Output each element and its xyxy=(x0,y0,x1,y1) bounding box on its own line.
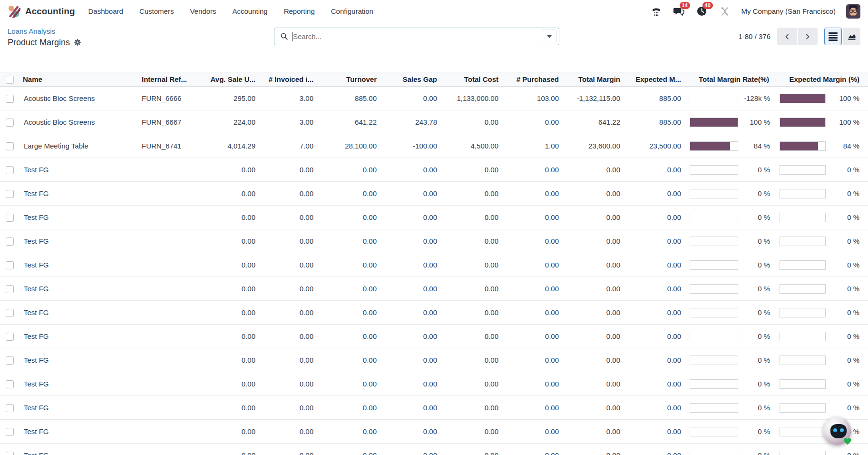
table-row[interactable]: Test FG 0.00 0.00 0.00 0.00 0.00 0.00 0.… xyxy=(0,301,868,325)
expected-margin-value: 0 % xyxy=(826,451,868,455)
cell-total-cost: 0.00 xyxy=(441,301,502,325)
cell-internal-ref xyxy=(138,229,200,253)
pager-previous-button[interactable] xyxy=(777,28,797,45)
cell-expected-margin: 885.00 xyxy=(624,110,685,134)
nav-item-customers[interactable]: Customers xyxy=(138,4,175,18)
row-checkbox[interactable] xyxy=(6,380,14,388)
column-header-total-margin-rate[interactable]: Total Margin Rate(%) xyxy=(685,72,773,87)
row-checkbox[interactable] xyxy=(6,333,14,341)
cell-invoiced: 0.00 xyxy=(259,182,317,206)
user-avatar[interactable] xyxy=(846,4,860,19)
cell-invoiced: 0.00 xyxy=(259,420,317,444)
row-checkbox[interactable] xyxy=(6,356,14,365)
cell-sales-gap: 0.00 xyxy=(380,325,441,348)
company-switcher[interactable]: My Company (San Francisco) xyxy=(741,7,836,15)
column-header-avg-sale[interactable]: Avg. Sale U... xyxy=(200,72,259,87)
cell-turnover: 0.00 xyxy=(317,229,380,253)
table-row[interactable]: Test FG 0.00 0.00 0.00 0.00 0.00 0.00 0.… xyxy=(0,372,868,396)
breadcrumb[interactable]: Loans Analysis xyxy=(8,26,274,37)
total-margin-rate-cell: 0 % xyxy=(685,379,773,389)
messages-button[interactable]: 14 xyxy=(673,5,685,18)
total-margin-rate-cell: 84 % xyxy=(685,141,773,151)
cell-total-cost: 0.00 xyxy=(441,396,502,420)
activities-button[interactable]: 40 xyxy=(696,5,708,18)
row-checkbox[interactable] xyxy=(6,428,14,436)
cell-purchased: 0.00 xyxy=(502,158,563,182)
column-header-total-margin[interactable]: Total Margin xyxy=(563,72,624,87)
row-checkbox[interactable] xyxy=(6,309,14,317)
table-row[interactable]: Test FG 0.00 0.00 0.00 0.00 0.00 0.00 0.… xyxy=(0,277,868,301)
total-margin-rate-value: 0 % xyxy=(738,189,773,198)
row-checkbox[interactable] xyxy=(6,142,14,150)
cell-internal-ref xyxy=(138,277,200,301)
voip-button[interactable] xyxy=(650,5,663,18)
column-header-expected-margin-pct[interactable]: Expected Margin (%) xyxy=(773,72,868,87)
table-row[interactable]: Test FG 0.00 0.00 0.00 0.00 0.00 0.00 0.… xyxy=(0,229,868,253)
cell-total-cost: 0.00 xyxy=(441,158,502,182)
row-checkbox[interactable] xyxy=(6,404,14,412)
gear-icon[interactable] xyxy=(74,39,81,46)
column-header-total-cost[interactable]: Total Cost xyxy=(441,72,502,87)
table-row[interactable]: Test FG 0.00 0.00 0.00 0.00 0.00 0.00 0.… xyxy=(0,325,868,348)
row-checkbox[interactable] xyxy=(6,452,14,455)
expected-margin-pct-cell: 0 % xyxy=(773,260,868,270)
column-header-expected-margin[interactable]: Expected M... xyxy=(624,72,685,87)
nav-item-dashboard[interactable]: Dashboard xyxy=(88,4,124,18)
cell-avg-sale: 0.00 xyxy=(200,158,259,182)
table-row[interactable]: Test FG 0.00 0.00 0.00 0.00 0.00 0.00 0.… xyxy=(0,158,868,182)
table-row[interactable]: Test FG 0.00 0.00 0.00 0.00 0.00 0.00 0.… xyxy=(0,182,868,206)
nav-item-accounting[interactable]: Accounting xyxy=(231,4,268,18)
select-all-checkbox[interactable] xyxy=(6,76,14,84)
column-header-turnover[interactable]: Turnover xyxy=(317,72,380,87)
cell-expected-margin: 0.00 xyxy=(624,277,685,301)
cell-expected-margin: 0.00 xyxy=(624,301,685,325)
app-name[interactable]: Accounting xyxy=(25,6,75,17)
column-header-invoiced[interactable]: # Invoiced i... xyxy=(259,72,317,87)
cell-name: Large Meeting Table xyxy=(19,134,138,158)
nav-item-vendors[interactable]: Vendors xyxy=(189,4,217,18)
row-checkbox[interactable] xyxy=(6,119,14,127)
search-bar xyxy=(274,28,559,45)
row-checkbox[interactable] xyxy=(6,237,14,246)
table-row[interactable]: Test FG 0.00 0.00 0.00 0.00 0.00 0.00 0.… xyxy=(0,396,868,420)
cell-turnover: 0.00 xyxy=(317,277,380,301)
table-row[interactable]: Large Meeting Table FURN_6741 4,014.29 7… xyxy=(0,134,868,158)
row-checkbox[interactable] xyxy=(6,285,14,293)
column-header-internal-ref[interactable]: Internal Ref... xyxy=(138,72,200,87)
row-checkbox[interactable] xyxy=(6,214,14,222)
control-panel: Loans Analysis Product Margins xyxy=(0,22,868,72)
table-row[interactable]: Test FG 0.00 0.00 0.00 0.00 0.00 0.00 0.… xyxy=(0,444,868,455)
column-header-name[interactable]: Name xyxy=(19,72,138,87)
table-row[interactable]: Test FG 0.00 0.00 0.00 0.00 0.00 0.00 0.… xyxy=(0,348,868,372)
total-margin-rate-value: 0 % xyxy=(738,308,773,317)
expected-margin-pct-cell: 0 % xyxy=(773,237,868,246)
table-row[interactable]: Test FG 0.00 0.00 0.00 0.00 0.00 0.00 0.… xyxy=(0,253,868,277)
graph-view-button[interactable] xyxy=(843,28,860,45)
product-margins-table: Name Internal Ref... Avg. Sale U... # In… xyxy=(0,72,868,455)
row-checkbox[interactable] xyxy=(6,95,14,103)
cell-sales-gap: 0.00 xyxy=(380,87,441,110)
expected-margin-pct-cell: 0 % xyxy=(773,451,868,455)
developer-tools-button[interactable] xyxy=(719,5,731,18)
cell-total-margin: 0.00 xyxy=(563,277,624,301)
table-row[interactable]: Acoustic Bloc Screens FURN_6667 224.00 3… xyxy=(0,110,868,134)
nav-item-reporting[interactable]: Reporting xyxy=(283,4,316,18)
table-row[interactable]: Acoustic Bloc Screens FURN_6666 295.00 3… xyxy=(0,87,868,110)
cell-turnover: 0.00 xyxy=(317,372,380,396)
search-options-toggle[interactable] xyxy=(542,30,557,43)
row-checkbox[interactable] xyxy=(6,261,14,269)
row-checkbox[interactable] xyxy=(6,190,14,198)
odoo-app-logo-icon[interactable] xyxy=(8,5,20,18)
column-header-sales-gap[interactable]: Sales Gap xyxy=(380,72,441,87)
cell-name: Test FG xyxy=(19,182,138,206)
column-header-purchased[interactable]: # Purchased xyxy=(502,72,563,87)
list-view-button[interactable] xyxy=(824,28,842,45)
nav-item-configuration[interactable]: Configuration xyxy=(330,4,374,18)
pager-buttons xyxy=(777,28,818,45)
table-row[interactable]: Test FG 0.00 0.00 0.00 0.00 0.00 0.00 0.… xyxy=(0,206,868,229)
row-checkbox[interactable] xyxy=(6,166,14,174)
livechat-launcher-button[interactable] xyxy=(823,417,851,445)
table-row[interactable]: Test FG 0.00 0.00 0.00 0.00 0.00 0.00 0.… xyxy=(0,420,868,444)
pager-next-button[interactable] xyxy=(798,28,818,45)
search-input[interactable] xyxy=(293,28,542,45)
